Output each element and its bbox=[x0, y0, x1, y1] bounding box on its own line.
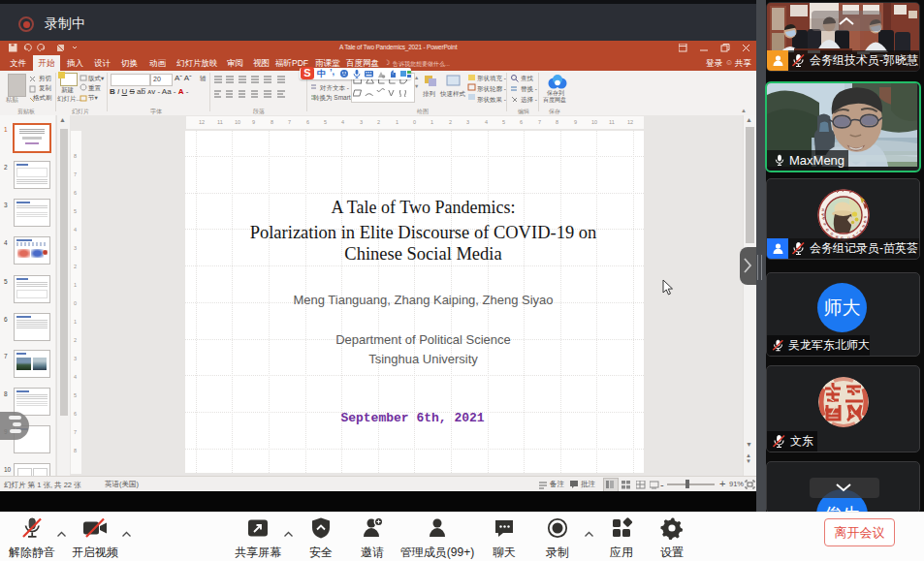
svg-text:S: S bbox=[303, 67, 310, 78]
